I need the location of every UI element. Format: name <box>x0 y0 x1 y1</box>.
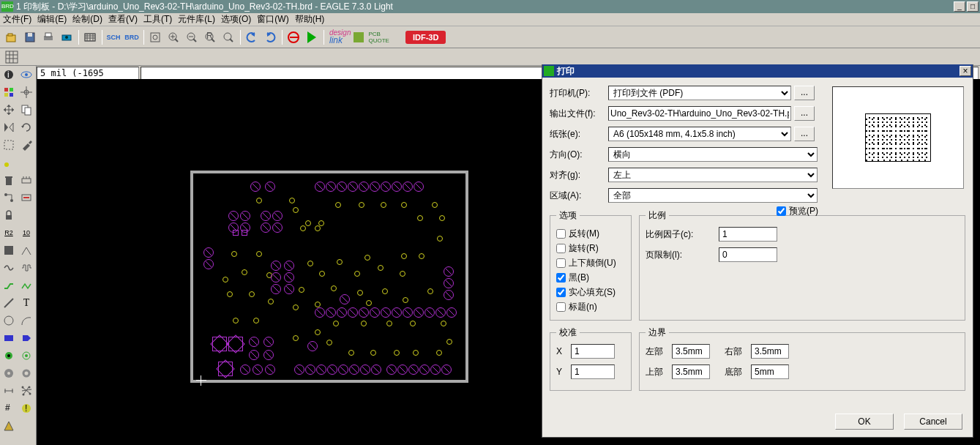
zoom-select-button[interactable] <box>220 29 237 46</box>
ok-button[interactable]: OK <box>835 414 894 430</box>
name-tool[interactable]: R2 <box>0 224 18 242</box>
group-tool[interactable] <box>0 136 18 154</box>
menu-help[interactable]: 帮助(H) <box>295 13 325 26</box>
area-select[interactable]: 全部 <box>608 188 818 203</box>
add-tool[interactable] <box>18 171 35 189</box>
menu-library[interactable]: 元件库(L) <box>178 13 215 26</box>
attribute-tool[interactable] <box>18 364 35 382</box>
brd-button[interactable]: BRD <box>123 29 141 46</box>
zoom-fit-button[interactable] <box>146 29 164 46</box>
route-tool[interactable] <box>0 277 18 294</box>
show-tool[interactable] <box>18 66 35 83</box>
go-button[interactable] <box>303 29 321 46</box>
dimension-tool[interactable] <box>0 382 18 400</box>
text-tool[interactable]: T <box>18 294 35 312</box>
mirror-checkbox[interactable]: 反转(M) <box>556 226 625 241</box>
split-tool[interactable] <box>18 242 35 259</box>
maximize-button[interactable]: □ <box>967 1 979 12</box>
delete-tool[interactable] <box>0 171 18 189</box>
idf3d-button[interactable]: IDF-3D <box>405 31 446 44</box>
paste2-tool[interactable] <box>18 154 35 171</box>
mirror-tool[interactable] <box>0 119 18 136</box>
auto-tool[interactable]: # <box>0 400 18 417</box>
menu-options[interactable]: 选项(O) <box>221 13 251 26</box>
miter-tool[interactable] <box>0 242 18 259</box>
menu-window[interactable]: 窗口(W) <box>257 13 288 26</box>
ratsnest-tool[interactable] <box>18 382 35 400</box>
cancel-button[interactable]: Cancel <box>904 414 962 430</box>
paste-tool[interactable] <box>0 154 18 171</box>
solid-checkbox[interactable]: 实心填充(S) <box>556 285 625 299</box>
black-checkbox[interactable]: 黑(B) <box>556 270 625 285</box>
polygon-tool[interactable] <box>18 329 35 347</box>
scale-factor-input[interactable] <box>719 227 777 242</box>
output-file-input[interactable] <box>608 106 791 121</box>
output-browse-button[interactable]: ... <box>794 106 815 121</box>
border-left-input[interactable] <box>672 344 710 359</box>
zoom-out-button[interactable] <box>183 29 201 46</box>
calib-x-input[interactable] <box>571 344 615 359</box>
menu-tools[interactable]: 工具(T) <box>143 13 172 26</box>
ripup-tool[interactable] <box>18 277 35 294</box>
value-tool[interactable]: 10 <box>18 224 35 242</box>
paper-select[interactable]: A6 (105x148 mm, 4.1x5.8 inch) <box>608 127 791 141</box>
change-tool[interactable] <box>18 136 35 154</box>
border-top-input[interactable] <box>672 364 710 379</box>
zoom-in-button[interactable] <box>165 29 182 46</box>
smash-tool[interactable] <box>18 206 35 224</box>
board-button[interactable] <box>81 29 99 46</box>
menu-view[interactable]: 查看(V) <box>108 13 138 26</box>
hole-tool[interactable] <box>0 364 18 382</box>
menu-edit[interactable]: 编辑(E) <box>37 13 67 26</box>
open-button[interactable] <box>3 29 20 46</box>
signal-tool[interactable] <box>18 347 35 364</box>
paper-browse-button[interactable]: ... <box>794 127 815 141</box>
errors-tool[interactable] <box>0 417 18 435</box>
dialog-title-bar[interactable]: 打印 × <box>542 64 973 78</box>
printer-select[interactable]: 打印到文件 (PDF) <box>608 86 791 100</box>
optimize-tool[interactable] <box>0 259 18 277</box>
alignment-select[interactable]: 左上 <box>608 168 818 182</box>
arc-tool[interactable] <box>18 312 35 329</box>
mark-tool[interactable] <box>18 83 35 101</box>
rect-tool[interactable] <box>0 329 18 347</box>
rotate-tool[interactable] <box>18 119 35 136</box>
upsidedown-checkbox[interactable]: 上下颠倒(U) <box>556 255 625 270</box>
page-limit-input[interactable] <box>719 247 777 262</box>
minimize-button[interactable]: _ <box>954 1 965 12</box>
copy-tool[interactable] <box>18 101 35 119</box>
rotate-checkbox[interactable]: 旋转(R) <box>556 241 625 255</box>
redraw-button[interactable]: R <box>201 29 219 46</box>
designlink-button[interactable]: designlink <box>329 29 351 45</box>
caption-checkbox[interactable]: 标题(n) <box>556 299 625 314</box>
menu-draw[interactable]: 绘制(D) <box>72 13 102 26</box>
undo-button[interactable] <box>243 29 261 46</box>
border-bottom-input[interactable] <box>751 364 789 379</box>
erc-tool[interactable]: ! <box>18 400 35 417</box>
meander-tool[interactable] <box>18 259 35 277</box>
cam-button[interactable] <box>58 29 75 46</box>
menu-file[interactable]: 文件(F) <box>3 13 31 26</box>
move-tool[interactable] <box>0 101 18 119</box>
replace-tool[interactable] <box>18 189 35 206</box>
calib-y-input[interactable] <box>571 364 615 379</box>
dialog-close-button[interactable]: × <box>960 66 971 76</box>
sch-button[interactable]: SCH <box>105 29 122 46</box>
pcbquote-button[interactable]: PCBQUOTE <box>368 31 389 44</box>
stop-button[interactable] <box>285 29 302 46</box>
preview-checkbox[interactable]: 预览(P) <box>777 203 818 218</box>
display-tool[interactable] <box>0 83 18 101</box>
orientation-select[interactable]: 横向 <box>608 147 818 162</box>
wire-tool[interactable] <box>0 294 18 312</box>
info-tool[interactable]: i <box>0 66 18 83</box>
print-button[interactable] <box>40 29 57 46</box>
pinswap-tool[interactable] <box>0 189 18 206</box>
via-tool[interactable] <box>0 347 18 364</box>
lock-tool[interactable] <box>0 206 18 224</box>
circle-tool[interactable] <box>0 312 18 329</box>
printer-browse-button[interactable]: ... <box>794 86 815 100</box>
redo-button[interactable] <box>261 29 279 46</box>
grid-button[interactable] <box>3 48 20 66</box>
save-button[interactable] <box>21 29 39 46</box>
border-right-input[interactable] <box>751 344 789 359</box>
